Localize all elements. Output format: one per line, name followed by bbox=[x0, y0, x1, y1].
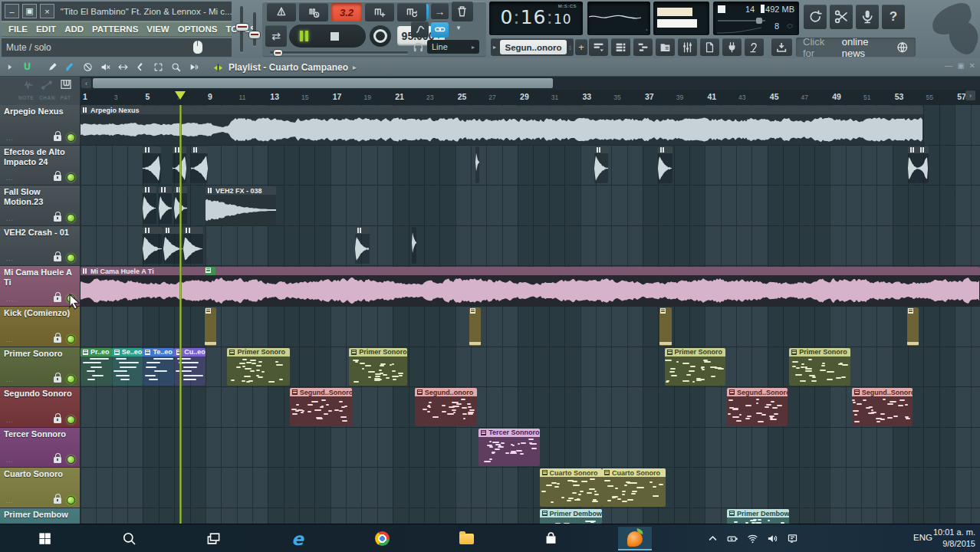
pattern-clip[interactable]: Primer Sonoro bbox=[789, 348, 850, 386]
buffer-thumb[interactable] bbox=[756, 18, 762, 24]
track-options-dots[interactable]: ... bbox=[6, 135, 14, 142]
track-lane-2[interactable] bbox=[81, 146, 980, 186]
taskbar-item-fl-studio[interactable] bbox=[618, 527, 652, 550]
wait-for-input-button[interactable] bbox=[299, 3, 328, 21]
track-lane-10[interactable] bbox=[81, 468, 980, 508]
track-options-dots[interactable]: ... bbox=[6, 296, 14, 303]
tray-chevron-up-icon[interactable] bbox=[702, 533, 722, 544]
track-header-11[interactable]: Primer Dembow... bbox=[0, 508, 81, 524]
crash-clip[interactable] bbox=[143, 146, 160, 184]
track-options-dots[interactable]: ... bbox=[6, 255, 14, 262]
menu-item-options[interactable]: OPTIONS bbox=[178, 25, 218, 34]
pattern-clip[interactable]: Primer Dembow bbox=[540, 509, 602, 524]
output-mode-select[interactable]: Line▸ bbox=[427, 40, 479, 54]
playlist-close-icon[interactable]: ✕ bbox=[969, 61, 975, 70]
pattern-clip[interactable]: Segund..Sonoro bbox=[727, 388, 788, 426]
track-enable-led[interactable] bbox=[67, 496, 75, 504]
playlist-grid[interactable]: Arpegio NexusVEH2 FX - 038Mi Cama Huele … bbox=[81, 105, 980, 524]
track-header-7[interactable]: Primer Sonoro... bbox=[0, 347, 81, 388]
browser-button[interactable] bbox=[656, 38, 675, 56]
position-display[interactable]: 3.2 bbox=[331, 3, 362, 21]
countdown-button[interactable] bbox=[365, 3, 394, 21]
headphones-icon[interactable] bbox=[413, 41, 424, 51]
step-edit-button[interactable] bbox=[411, 21, 429, 38]
playlist-panel-button[interactable] bbox=[589, 38, 608, 56]
track-header-3[interactable]: Fall Slow Motion.23... bbox=[0, 186, 81, 226]
automation-mode-icon[interactable] bbox=[41, 80, 52, 89]
track-lane-4[interactable] bbox=[81, 226, 980, 267]
track-header-2[interactable]: Efectos de Alto Impacto 24... bbox=[0, 146, 81, 186]
menu-item-file[interactable]: FILE bbox=[8, 25, 28, 34]
playlist-title-arrow[interactable]: ▸ bbox=[353, 64, 357, 71]
track-header-4[interactable]: VEH2 Crash - 01... bbox=[0, 226, 81, 267]
pattern-clip[interactable]: Cuarto Sonoro bbox=[602, 468, 666, 507]
track-lock-icon[interactable] bbox=[54, 498, 61, 504]
link-button[interactable] bbox=[431, 21, 449, 38]
scroll-left-button[interactable]: ‹ bbox=[81, 78, 91, 88]
crash-clip[interactable] bbox=[183, 227, 202, 264]
track-enable-led[interactable] bbox=[67, 455, 75, 464]
mixer-button[interactable] bbox=[678, 38, 697, 56]
track-header-5[interactable]: Mi Cama Huele A Ti... bbox=[0, 266, 81, 307]
pattern-selector-arrow[interactable]: ▸ bbox=[491, 44, 498, 51]
track-lock-icon[interactable] bbox=[54, 215, 61, 222]
pattern-clip[interactable]: Cuarto Sonoro bbox=[540, 468, 602, 507]
track-enable-led[interactable] bbox=[67, 294, 75, 303]
master-pitch-slider[interactable] bbox=[253, 12, 256, 46]
channel-rack-button[interactable] bbox=[611, 38, 630, 56]
next-arrow-button[interactable]: → bbox=[431, 3, 449, 19]
track-options-dots[interactable]: ... bbox=[6, 457, 14, 464]
pattern-selector-value[interactable]: Segun..onoro bbox=[500, 40, 567, 54]
audio-track-mode-icon[interactable] bbox=[23, 80, 34, 89]
mini-clip[interactable]: Cu..eo bbox=[174, 348, 206, 386]
zoom-tool[interactable] bbox=[168, 61, 184, 74]
track-lock-icon[interactable] bbox=[54, 457, 61, 463]
restore-button[interactable]: ▣ bbox=[22, 4, 37, 18]
add-pattern-button[interactable]: + bbox=[575, 39, 587, 55]
pause-button[interactable] bbox=[300, 31, 308, 41]
track-lock-icon[interactable] bbox=[54, 175, 61, 181]
pattern-selector[interactable]: ▸ Segun..onoro ▲▼ bbox=[491, 38, 574, 56]
mode-dropdown-arrow[interactable]: ▼ bbox=[455, 25, 462, 31]
taskbar-item-store[interactable] bbox=[534, 527, 567, 550]
scroll-right-button[interactable]: › bbox=[965, 90, 975, 100]
track-lane-8[interactable] bbox=[81, 387, 980, 428]
track-enable-led[interactable] bbox=[67, 133, 75, 142]
delete-tool[interactable] bbox=[80, 61, 96, 74]
close-button[interactable]: × bbox=[40, 4, 54, 18]
loop-record-button[interactable] bbox=[397, 3, 426, 21]
shuffle-thumb[interactable] bbox=[273, 49, 283, 57]
pattern-clip[interactable]: Primer Sonoro bbox=[227, 348, 289, 386]
scroll-thumb[interactable] bbox=[93, 78, 553, 88]
track-options-dots[interactable]: ... bbox=[6, 376, 14, 383]
taskbar-item-file-explorer[interactable] bbox=[449, 527, 483, 550]
track-enable-led[interactable] bbox=[67, 173, 75, 182]
track-header-6[interactable]: Kick (Comienzo)... bbox=[0, 307, 81, 347]
crash-clip[interactable] bbox=[143, 186, 156, 224]
pattern-clip[interactable]: Primer Sonoro bbox=[665, 348, 725, 386]
crash-clip[interactable] bbox=[159, 186, 172, 224]
crash-clip[interactable] bbox=[918, 146, 928, 184]
menu-item-patterns[interactable]: PATTERNS bbox=[92, 25, 138, 34]
mini-clip[interactable]: Te..eo bbox=[143, 348, 174, 386]
magnet-tool[interactable] bbox=[19, 61, 35, 74]
taskbar-item-edge[interactable]: e bbox=[281, 527, 314, 550]
pattern-clip[interactable]: Primer Sonoro bbox=[349, 348, 406, 386]
kick-clip[interactable] bbox=[469, 307, 481, 346]
crash-clip[interactable] bbox=[412, 227, 416, 264]
news-bar[interactable]: Click for online news bbox=[796, 38, 916, 57]
track-lock-icon[interactable] bbox=[54, 376, 61, 383]
time-display[interactable]: M:S:CS 0:16:10 bbox=[489, 2, 583, 35]
track-header-9[interactable]: Tercer Sonnoro... bbox=[0, 428, 81, 468]
metronome-button[interactable] bbox=[267, 3, 296, 21]
track-enable-led[interactable] bbox=[67, 335, 75, 343]
audio-clip[interactable]: VEH2 FX - 038 bbox=[206, 186, 276, 225]
repeat-button[interactable]: ⇄ bbox=[265, 25, 287, 47]
playlist-minimize-icon[interactable]: — bbox=[945, 61, 952, 70]
taskbar-item-search[interactable] bbox=[112, 527, 146, 550]
playback-preview-tool[interactable] bbox=[186, 61, 202, 74]
tray-wifi-icon[interactable] bbox=[742, 533, 762, 544]
minimize-button[interactable]: – bbox=[5, 4, 19, 18]
track-lock-icon[interactable] bbox=[54, 296, 61, 302]
track-header-8[interactable]: Segundo Sonoro... bbox=[0, 387, 81, 428]
